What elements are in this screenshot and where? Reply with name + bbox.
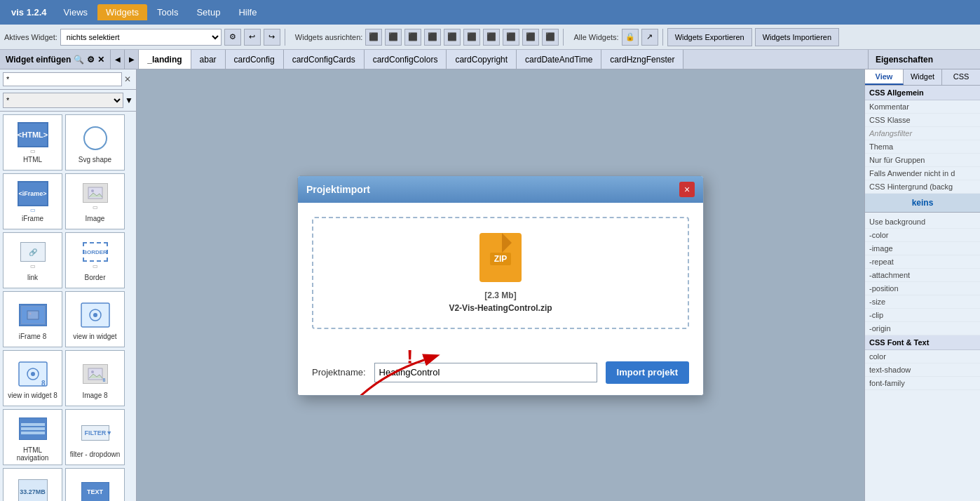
align-btn-5[interactable]: ⬛ (444, 29, 461, 46)
align-btn-8[interactable]: ⬛ (503, 29, 519, 46)
tab-widgets[interactable]: Widgets (97, 4, 147, 20)
eigenschaften-label: Eigenschaften (868, 50, 980, 69)
svg-point-2 (91, 189, 94, 192)
align-btn-1[interactable]: ⬛ (365, 29, 382, 46)
import-projekt-btn[interactable]: Import projekt (606, 361, 689, 384)
arrow-annotation-svg (340, 353, 452, 396)
prop-tab-widget[interactable]: Widget (904, 69, 942, 85)
prop-font-family[interactable]: font-family (865, 377, 980, 390)
align-btn-9[interactable]: ⬛ (522, 29, 539, 46)
widget-label-image: Image (86, 215, 105, 222)
prop-font-color[interactable]: color (865, 350, 980, 363)
iframe-sub: ▭ (30, 207, 36, 213)
sidebar-search-clear[interactable]: ✕ (122, 74, 133, 85)
page-tab-cardhzngfenster[interactable]: cardHzngFenster (601, 50, 683, 69)
align-btn-6[interactable]: ⬛ (463, 29, 480, 46)
page-tab-cardconfigcards[interactable]: cardConfigCards (284, 50, 365, 69)
widget-item-filter[interactable]: FILTER ▼ filter - dropdown (65, 409, 125, 465)
prop-nur-fuer-gruppen[interactable]: Nur für Gruppen (865, 154, 980, 167)
iframe-icon: <iFrame> (18, 181, 48, 206)
lock-btn[interactable]: 🔒 (622, 29, 639, 46)
page-tab-carddateandtime[interactable]: cardDateAndTime (517, 50, 601, 69)
tabs-nav-prev[interactable]: ◀ (111, 50, 125, 69)
prop-tab-view[interactable]: View (865, 69, 904, 85)
widgets-exportieren-btn[interactable]: Widgets Exportieren (667, 28, 752, 46)
modal-title: Projektimport (306, 184, 370, 195)
canvas[interactable]: Heating... Projektimport × ZIP [2.3 (137, 69, 864, 501)
widget-item-svg[interactable]: Svg shape (65, 114, 125, 171)
align-btn-2[interactable]: ⬛ (385, 29, 402, 46)
page-tab-cardcopyright[interactable]: cardCopyright (447, 50, 517, 69)
prop-falls-anwender[interactable]: Falls Anwender nicht in d (865, 167, 980, 180)
zip-label: ZIP (490, 253, 512, 265)
prop-anfangsfilter[interactable]: Anfangsfilter (865, 127, 980, 140)
align-btn-10[interactable]: ⬛ (542, 29, 559, 46)
prop-thema[interactable]: Thema (865, 140, 980, 154)
title-bar: vis 1.2.4 Views Widgets Tools Setup Hilf… (0, 0, 980, 25)
prop-kommentar[interactable]: Kommentar (865, 100, 980, 114)
widget-label-filter: filter - dropdown (70, 450, 121, 458)
widgets-importieren-btn[interactable]: Widgets Importieren (755, 28, 839, 46)
image8-badge: 8 (103, 378, 106, 382)
widget-icon-iframe: <iFrame> ▭ (15, 181, 50, 213)
widget-item-html[interactable]: <HTML> ▭ HTML (3, 114, 62, 171)
prop-image[interactable]: -image (865, 242, 980, 255)
image-placeholder (83, 183, 108, 203)
align-btn-4[interactable]: ⬛ (424, 29, 441, 46)
prop-position[interactable]: -position (865, 282, 980, 295)
tab-setup[interactable]: Setup (188, 4, 229, 20)
drop-zone[interactable]: ZIP [2.3 Mb] V2-Vis-HeatingControl.zip (312, 217, 689, 329)
align-btn-7[interactable]: ⬛ (483, 29, 500, 46)
export-icon-btn[interactable]: ↗ (641, 29, 658, 46)
prop-css-klasse[interactable]: CSS Klasse (865, 114, 980, 127)
tab-hilfe[interactable]: Hilfe (230, 4, 265, 20)
widget-btn-redo[interactable]: ↪ (264, 29, 280, 46)
widget-select[interactable]: nichts selektiert (60, 29, 222, 46)
search-icon[interactable]: 🔍 (74, 55, 84, 65)
prop-text-shadow[interactable]: text-shadow (865, 363, 980, 377)
widget-btn-1[interactable]: ⚙ (224, 29, 241, 46)
widget-item-image8[interactable]: 8 Image 8 (65, 350, 125, 406)
file-size: [2.3 Mb] (484, 290, 516, 300)
prop-tab-css[interactable]: CSS (942, 69, 980, 85)
tab-views[interactable]: Views (55, 4, 96, 20)
widget-btn-undo[interactable]: ↩ (244, 29, 261, 46)
widget-icon-svg (78, 122, 113, 154)
widget-einfuegen[interactable]: Widget einfügen 🔍 ⚙ ✕ (0, 50, 111, 69)
modal-body: ZIP [2.3 Mb] V2-Vis-HeatingControl.zip (298, 203, 703, 354)
widget-item-image[interactable]: ▭ Image (65, 173, 125, 229)
prop-use-background[interactable]: Use background (865, 215, 980, 229)
widget-label-svg: Svg shape (79, 156, 111, 163)
prop-attachment[interactable]: -attachment (865, 269, 980, 282)
align-btn-3[interactable]: ⬛ (404, 29, 421, 46)
sidebar-filter-select[interactable]: * (3, 93, 123, 108)
close-icon-widget[interactable]: ✕ (97, 55, 104, 65)
search-input[interactable] (3, 72, 122, 86)
tabs-nav-next[interactable]: ▶ (125, 50, 139, 69)
widget-item-view[interactable]: view in widget (65, 291, 125, 347)
prop-repeat[interactable]: -repeat (865, 255, 980, 269)
widget-item-iframe[interactable]: <iFrame> ▭ iFrame (3, 173, 62, 229)
page-tab-landing[interactable]: _landing (139, 50, 191, 69)
widget-item-number[interactable]: 33.27MB Number (3, 468, 62, 501)
widget-label-view: view in widget (73, 333, 116, 340)
modal-overlay: Projektimport × ZIP [2.3 Mb] V2-Vis-Heat… (137, 69, 864, 501)
widget-item-string[interactable]: TEXT String (65, 468, 125, 501)
gear-icon[interactable]: ⚙ (87, 55, 95, 65)
widget-item-iframe8[interactable]: iFrame 8 (3, 291, 62, 347)
widget-item-viw8[interactable]: 8 view in widget 8 (3, 350, 62, 406)
widget-item-border[interactable]: BORDER ▭ Border (65, 232, 125, 288)
prop-css-hintergrund[interactable]: CSS Hintergrund (backg (865, 180, 980, 194)
widget-item-link[interactable]: 🔗 ▭ link (3, 232, 62, 288)
page-tab-cardconfig[interactable]: cardConfig (226, 50, 284, 69)
tab-tools[interactable]: Tools (149, 4, 186, 20)
prop-clip[interactable]: -clip (865, 309, 980, 322)
page-tab-cardconfigcolors[interactable]: cardConfigColors (365, 50, 447, 69)
modal-close-btn[interactable]: × (679, 182, 695, 197)
prop-origin[interactable]: -origin (865, 322, 980, 335)
prop-size[interactable]: -size (865, 295, 980, 309)
properties-panel: View Widget CSS CSS Allgemein Kommentar … (864, 69, 980, 501)
widget-item-htmlnav[interactable]: HTML navigation (3, 409, 62, 465)
prop-color[interactable]: -color (865, 229, 980, 242)
page-tab-abar[interactable]: abar (191, 50, 226, 69)
